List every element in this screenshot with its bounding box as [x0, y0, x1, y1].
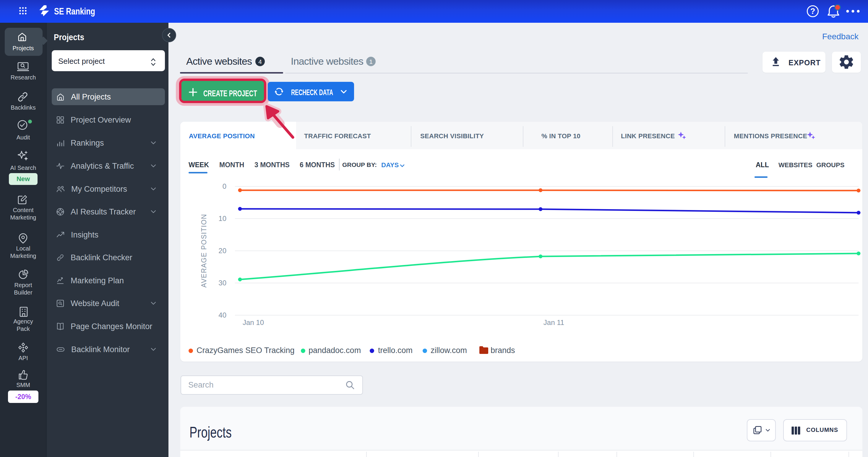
svg-text:?: ?: [810, 7, 815, 15]
